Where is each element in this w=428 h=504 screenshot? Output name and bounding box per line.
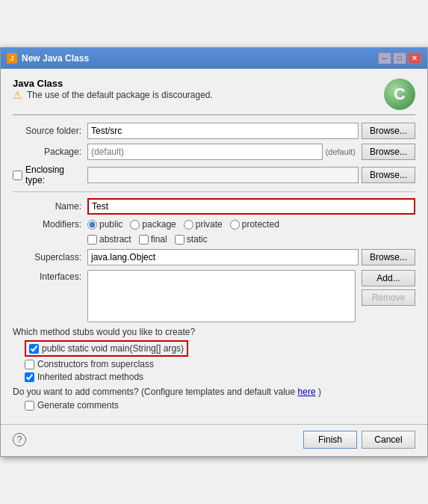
generate-comments-text: Generate comments — [37, 400, 119, 411]
source-folder-input[interactable] — [87, 123, 359, 139]
name-label: Name: — [13, 201, 87, 212]
enclosing-type-input[interactable] — [87, 167, 359, 183]
modifier-static-label[interactable]: static — [175, 234, 208, 245]
section-title: Java Class — [13, 78, 213, 89]
modifiers-label: Modifiers: — [13, 219, 87, 230]
stub-inherited-row: Inherited abstract methods — [13, 372, 415, 382]
interfaces-list[interactable] — [87, 270, 356, 322]
enclosing-type-browse-button[interactable]: Browse... — [362, 167, 415, 183]
eclipse-logo: C — [384, 79, 415, 110]
enclosing-type-input-group: Browse... — [87, 167, 415, 183]
modifier-protected-text: protected — [242, 219, 279, 230]
modifier-public-text: public — [99, 219, 122, 230]
comments-check-row: Generate comments — [13, 400, 415, 411]
comments-section: Do you want to add comments? (Configure … — [13, 387, 415, 411]
package-row: Package: (default) Browse... — [13, 144, 415, 160]
warning-icon: ⚠ — [13, 89, 22, 101]
interfaces-add-button[interactable]: Add... — [362, 270, 415, 286]
stub-main-text: public static void main(String[] args) — [42, 343, 184, 354]
modifier-private-radio[interactable] — [184, 220, 193, 230]
modifier-private-text: private — [196, 219, 223, 230]
modifier-package-text: package — [142, 219, 176, 230]
comments-label: Do you want to add comments? (Configure … — [13, 387, 415, 397]
name-row: Name: — [13, 198, 415, 215]
eclipse-logo-text: C — [394, 84, 406, 104]
modifier-package-label[interactable]: package — [130, 219, 176, 230]
superclass-input[interactable] — [87, 249, 359, 265]
dialog-footer: ? Finish Cancel — [1, 424, 427, 456]
package-browse-button[interactable]: Browse... — [362, 144, 415, 160]
stub-inherited-text: Inherited abstract methods — [37, 372, 143, 382]
close-button[interactable]: ✕ — [408, 52, 421, 64]
modifier-abstract-checkbox[interactable] — [87, 235, 97, 245]
source-folder-label: Source folder: — [13, 126, 87, 136]
superclass-label: Superclass: — [13, 252, 87, 262]
superclass-row: Superclass: Browse... — [13, 249, 415, 265]
stubs-label: Which method stubs would you like to cre… — [13, 327, 415, 337]
minimize-button[interactable]: ─ — [378, 52, 391, 64]
enclosing-type-label: Enclosing type: — [25, 165, 81, 185]
help-icon[interactable]: ? — [13, 433, 26, 446]
source-folder-input-group: Browse... — [87, 123, 415, 139]
modifier-public-label[interactable]: public — [87, 219, 122, 230]
source-folder-row: Source folder: Browse... — [13, 123, 415, 139]
modifiers-radio-group: public package private protected — [87, 219, 279, 230]
title-bar-left: J New Java Class — [7, 53, 89, 64]
stub-constructors-checkbox[interactable] — [25, 360, 34, 369]
dialog-title: New Java Class — [22, 53, 89, 64]
modifier-final-text: final — [151, 234, 167, 245]
name-input[interactable] — [87, 198, 415, 215]
comments-label-end: ) — [318, 387, 321, 397]
interfaces-group: Add... Remove — [87, 270, 415, 322]
generate-comments-checkbox[interactable] — [25, 401, 34, 411]
interfaces-buttons: Add... Remove — [362, 270, 415, 306]
stub-constructors-row: Constructors from superclass — [13, 359, 415, 369]
dialog-body: Java Class ⚠ The use of the default pack… — [1, 69, 427, 424]
modifier-protected-radio[interactable] — [230, 220, 240, 230]
modifier-abstract-text: abstract — [99, 234, 131, 245]
interfaces-remove-button[interactable]: Remove — [362, 289, 415, 306]
stub-main-highlighted: public static void main(String[] args) — [25, 340, 188, 357]
modifier-package-radio[interactable] — [130, 220, 140, 230]
modifier-final-label[interactable]: final — [139, 234, 167, 245]
modifier-private-label[interactable]: private — [184, 219, 223, 230]
superclass-input-group: Browse... — [87, 249, 415, 265]
modifiers-row: Modifiers: public package private protec… — [13, 219, 415, 230]
package-default-label: (default) — [326, 147, 356, 156]
stubs-section: Which method stubs would you like to cre… — [13, 327, 415, 382]
section-header-left: Java Class ⚠ The use of the default pack… — [13, 78, 213, 110]
modifier-static-checkbox[interactable] — [175, 235, 184, 245]
modifier-final-checkbox[interactable] — [139, 235, 149, 245]
stub-inherited-checkbox[interactable] — [25, 372, 34, 382]
footer-buttons: Finish Cancel — [303, 431, 415, 449]
package-label: Package: — [13, 147, 87, 157]
superclass-browse-button[interactable]: Browse... — [362, 249, 415, 265]
warning-text: The use of the default package is discou… — [27, 90, 213, 100]
title-bar-controls: ─ □ ✕ — [378, 52, 421, 64]
enclosing-type-checkbox[interactable] — [13, 170, 22, 180]
warning-row: ⚠ The use of the default package is disc… — [13, 89, 213, 101]
title-bar: J New Java Class ─ □ ✕ — [1, 48, 427, 69]
stub-constructors-text: Constructors from superclass — [37, 359, 154, 369]
section-header: Java Class ⚠ The use of the default pack… — [13, 78, 415, 115]
package-input[interactable] — [87, 144, 323, 160]
package-input-group: (default) Browse... — [87, 144, 415, 160]
source-folder-browse-button[interactable]: Browse... — [362, 123, 415, 139]
stub-main-row: public static void main(String[] args) — [13, 340, 415, 357]
finish-button[interactable]: Finish — [303, 431, 357, 449]
dialog-icon: J — [7, 53, 17, 64]
comments-label-text: Do you want to add comments? (Configure … — [13, 387, 295, 397]
modifier-abstract-label[interactable]: abstract — [87, 234, 131, 245]
cancel-button[interactable]: Cancel — [362, 431, 415, 449]
stub-main-checkbox[interactable] — [29, 344, 39, 354]
form-divider — [13, 191, 415, 192]
enclosing-type-row: Enclosing type: Browse... — [13, 165, 415, 185]
modifier-public-radio[interactable] — [87, 220, 97, 230]
comments-link[interactable]: here — [298, 387, 316, 397]
modifier-protected-label[interactable]: protected — [230, 219, 279, 230]
maximize-button[interactable]: □ — [393, 52, 406, 64]
interfaces-row: Interfaces: Add... Remove — [13, 270, 415, 322]
interfaces-label: Interfaces: — [13, 270, 87, 282]
modifier-static-text: static — [187, 234, 208, 245]
new-java-class-dialog: J New Java Class ─ □ ✕ Java Class ⚠ The … — [0, 47, 428, 457]
